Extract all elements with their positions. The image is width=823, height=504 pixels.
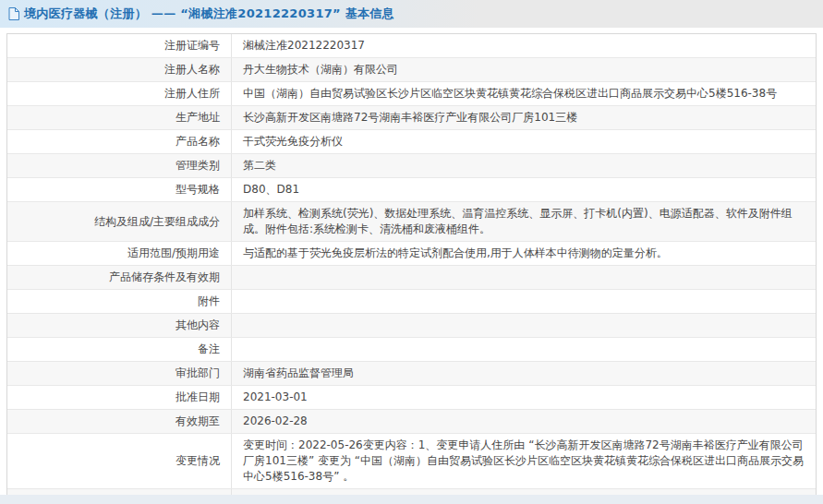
table-row-management-class: 管理类别 第二类 [7,154,816,178]
row-value: D80、D81 [232,178,816,201]
header-bar: 境内医疗器械（注册） —— “湘械注准20212220317” 基本信息 [0,0,823,28]
row-label: 结构及组成/主要组成成分 [7,202,232,241]
table-row-approval-department: 审批部门 湖南省药品监督管理局 [7,362,816,386]
bottom-strip [0,495,823,504]
row-value: 变更时间：2022-05-26变更内容：1、变更申请人住所由 “长沙高新开发区南… [232,434,816,488]
row-label: 批准日期 [7,386,232,409]
row-value: 加样系统、检测系统(荧光)、数据处理系统、温育温控系统、显示屏、打卡机(内置)、… [232,202,816,241]
table-row-product-name: 产品名称 干式荧光免疫分析仪 [7,130,816,154]
row-label: 型号规格 [7,178,232,201]
info-table: 注册证编号 湘械注准20212220317 注册人名称 丹大生物技术（湖南）有限… [6,33,817,504]
table-row-model-spec: 型号规格 D80、D81 [7,178,816,202]
table-row-other-content: 其他内容 [7,314,816,338]
table-row-production-address: 生产地址 长沙高新开发区南塘路72号湖南丰裕医疗产业有限公司厂房101三楼 [7,106,816,130]
row-value: 第二类 [232,154,816,177]
row-label: 产品名称 [7,130,232,153]
row-value: 丹大生物技术（湖南）有限公司 [232,58,816,81]
row-label: 其他内容 [7,314,232,337]
table-row-registration-number: 注册证编号 湘械注准20212220317 [7,34,816,58]
row-value: 长沙高新开发区南塘路72号湖南丰裕医疗产业有限公司厂房101三楼 [232,106,816,129]
row-value: 2026-02-28 [232,410,816,433]
row-value: 与适配的基于荧光免疫层析法的特定试剂配合使用,用于人体样本中待测物的定量分析。 [232,242,816,265]
row-value: 湖南省药品监督管理局 [232,362,816,385]
table-row-remarks: 备注 [7,338,816,362]
table-row-storage-validity: 产品储存条件及有效期 [7,266,816,290]
row-value [232,314,816,337]
row-label: 变更情况 [7,434,232,488]
row-value: 2021-03-01 [232,386,816,409]
row-value: 干式荧光免疫分析仪 [232,130,816,153]
page-title: 境内医疗器械（注册） —— “湘械注准20212220317” 基本信息 [24,6,394,22]
row-label: 注册人名称 [7,58,232,81]
table-row-structure-composition: 结构及组成/主要组成成分 加样系统、检测系统(荧光)、数据处理系统、温育温控系统… [7,202,816,242]
row-label: 生产地址 [7,106,232,129]
row-label: 备注 [7,338,232,361]
row-value [232,290,816,313]
table-row-attachments: 附件 [7,290,816,314]
row-label: 审批部门 [7,362,232,385]
row-label: 有效期至 [7,410,232,433]
row-value [232,266,816,289]
row-label: 管理类别 [7,154,232,177]
table-row-intended-use: 适用范围/预期用途 与适配的基于荧光免疫层析法的特定试剂配合使用,用于人体样本中… [7,242,816,266]
table-row-registrant-name: 注册人名称 丹大生物技术（湖南）有限公司 [7,58,816,82]
row-value: 湘械注准20212220317 [232,34,816,57]
row-label: 注册人住所 [7,82,232,105]
row-label: 产品储存条件及有效期 [7,266,232,289]
document-icon [8,7,19,20]
row-label: 附件 [7,290,232,313]
table-row-registrant-address: 注册人住所 中国（湖南）自由贸易试验区长沙片区临空区块黄花镇黄花综合保税区进出口… [7,82,816,106]
table-row-approval-date: 批准日期 2021-03-01 [7,386,816,410]
row-label: 适用范围/预期用途 [7,242,232,265]
table-row-valid-until: 有效期至 2026-02-28 [7,410,816,434]
row-value [232,338,816,361]
row-value: 中国（湖南）自由贸易试验区长沙片区临空区块黄花镇黄花综合保税区进出口商品展示交易… [232,82,816,105]
table-row-change-history: 变更情况 变更时间：2022-05-26变更内容：1、变更申请人住所由 “长沙高… [7,434,816,489]
row-label: 注册证编号 [7,34,232,57]
